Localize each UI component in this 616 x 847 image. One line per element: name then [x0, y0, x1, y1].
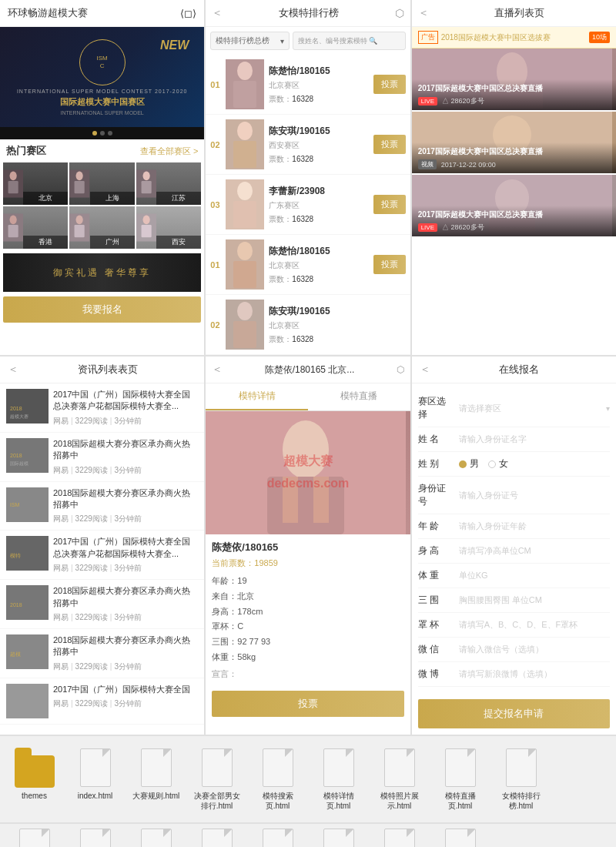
doc-icon-model-search	[263, 748, 293, 787]
live-item-2[interactable]: 2017国际超模大赛中国区总决赛直播 视频 2017-12-22 09:00	[412, 112, 616, 173]
rank-name-2: 陈安琪/190165	[269, 125, 368, 138]
weight-input[interactable]: 单位KG	[459, 570, 610, 581]
svg-point-25	[237, 182, 253, 200]
file-item-news-detail[interactable]: 新闻详情页.html	[129, 828, 182, 847]
tab-model-live[interactable]: 模特直播	[308, 383, 410, 410]
vote-btn-4[interactable]: 投票	[373, 255, 406, 274]
file-item-model-detail[interactable]: 模特详情页.html	[312, 748, 365, 811]
live-item-3[interactable]: 2017国际超模大赛中国区总决赛直播 LIVE △ 28620多号	[412, 175, 616, 236]
doc-icon-female-ranking	[506, 748, 537, 787]
svg-point-13	[76, 215, 83, 224]
banner-dots	[0, 127, 204, 139]
svg-rect-2	[8, 181, 18, 193]
search-bar[interactable]: 搜姓名、编号搜索模特 🔍	[293, 32, 406, 50]
share-btn-p2[interactable]: ⬡	[395, 7, 404, 19]
age-input[interactable]: 请输入身份证年龄	[459, 521, 610, 532]
gender-male[interactable]: 男	[459, 457, 479, 470]
back-arrow-p6[interactable]: ＜	[420, 363, 430, 377]
file-item-rules[interactable]: 大赛规则.html	[129, 748, 182, 811]
measures-input[interactable]: 胸围腰围臀围 单位CM	[459, 594, 610, 606]
svg-rect-17	[141, 225, 151, 237]
weibo-input[interactable]: 请填写新浪微博（选填）	[459, 668, 610, 680]
banner-area[interactable]: ISMC INTERNATIONAL SUPER MODEL CONTEST 2…	[0, 27, 204, 127]
vote-btn-3[interactable]: 投票	[373, 195, 406, 214]
dot-3[interactable]	[108, 131, 112, 136]
share-icon-p5[interactable]: ⬡	[397, 364, 404, 375]
news-item-1[interactable]: 2018超模大赛 2017中国（广州）国际模特大赛全国总决赛落户花都国际模特大赛…	[0, 383, 204, 433]
live-views-1: △ 28620多号	[442, 96, 484, 106]
dot-1[interactable]	[92, 131, 97, 136]
measures-label: 三 围	[418, 594, 453, 607]
news-item-3[interactable]: ISM 2018国际超模大赛分赛区承办商火热招募中 网易|3229阅读|3分钟前	[0, 482, 204, 531]
rank-photo-5[interactable]	[226, 300, 264, 350]
height-input[interactable]: 请填写净高单位CM	[459, 545, 610, 557]
tab-model-detail[interactable]: 模特详情	[206, 383, 308, 410]
file-item-model-search[interactable]: 模特搜索页.html	[251, 748, 304, 811]
file-item-model-live[interactable]: 模特直播页.html	[434, 748, 487, 811]
news-item-4[interactable]: 模特 2017中国（广州）国际模特大赛全国总决赛落户花都国际模特大赛全... 网…	[0, 531, 204, 580]
filter-select[interactable]: 模特排行榜总榜 ▾	[210, 32, 290, 50]
vote-action-button[interactable]: 投票	[212, 691, 403, 717]
bra-input[interactable]: 请填写A、B、C、D、E、F罩杯	[459, 619, 610, 631]
back-arrow-p4[interactable]: ＜	[8, 363, 18, 377]
rank-votes-4: 票数：16328	[269, 274, 368, 285]
region-photo-gz[interactable]: 广州	[69, 206, 134, 249]
panel1-title: 环球畅游超模大赛	[8, 6, 88, 20]
back-arrow-p5[interactable]: ＜	[212, 363, 223, 377]
region-photo-sh[interactable]: 上海	[69, 162, 134, 205]
name-input[interactable]: 请输入身份证名字	[459, 434, 610, 445]
news-title-5: 2018国际超模大赛分赛区承办商火热招募中	[53, 585, 198, 609]
rank-votes-3: 票数：16328	[269, 214, 368, 225]
region-photo-hk[interactable]: 香港	[3, 206, 68, 249]
rank-photo-4[interactable]	[226, 239, 264, 290]
region-photo-js[interactable]: 江苏	[136, 162, 201, 205]
signup-button[interactable]: 我要报名	[3, 296, 201, 323]
file-item-photo-detail[interactable]: 照片详情页.html	[312, 828, 365, 847]
back-arrow-p3[interactable]: ＜	[418, 6, 429, 20]
rank-num-3: 03	[210, 200, 221, 209]
wechat-input[interactable]: 请输入微信号（选填）	[459, 644, 610, 655]
news-info-3: 2018国际超模大赛分赛区承办商火热招募中 网易|3229阅读|3分钟前	[53, 487, 198, 525]
submit-button[interactable]: 提交报名申请	[418, 699, 610, 728]
view-all-link[interactable]: 查看全部赛区 >	[140, 146, 198, 157]
gender-female[interactable]: 女	[488, 457, 508, 470]
file-browser-row2: 全部赛区.html 搜索结果页.html 新闻详情页.html	[0, 824, 616, 847]
file-item-themes[interactable]: themes	[8, 748, 61, 811]
id-input[interactable]: 请输入身份证号	[459, 490, 610, 501]
file-item-registration[interactable]: 在线报名.html	[190, 828, 243, 847]
rank-photo-3[interactable]	[226, 179, 264, 229]
rank-item-2: 02 陈安琪/190165 西安赛区 票数：16328 投票	[206, 115, 410, 175]
file-item-female-ranking[interactable]: 女模特排行榜.html	[494, 748, 547, 811]
current-votes: 当前票数：19859	[212, 557, 403, 569]
news-item-7[interactable]: 2017中国（广州）国际模特大赛全国 网易|3229阅读|3分钟前	[0, 678, 204, 725]
dot-2[interactable]	[100, 131, 105, 136]
file-item-photo-list[interactable]: 照片列表.html	[251, 828, 304, 847]
news-item-2[interactable]: 2018国际超模 2018国际超模大赛分赛区承办商火热招募中 网易|3229阅读…	[0, 433, 204, 482]
vote-btn-1[interactable]: 投票	[373, 75, 406, 94]
file-item-news-list[interactable]: 资讯列表页.html	[434, 828, 487, 847]
file-item-live-list[interactable]: 直播列表页.html	[373, 828, 426, 847]
rank-info-4: 陈楚怡/180165 北京赛区 票数：16328	[269, 245, 368, 285]
region-select[interactable]: 请选择赛区	[459, 403, 600, 414]
region-photo-xa[interactable]: 西安	[136, 206, 201, 249]
region-photo-bj[interactable]: 北京	[3, 162, 68, 205]
file-item-search-results[interactable]: 搜索结果页.html	[69, 828, 122, 847]
back-arrow-p2[interactable]: ＜	[212, 6, 223, 20]
svg-point-31	[237, 302, 253, 320]
share-icon-p1[interactable]: ⟨◻⟩	[180, 8, 196, 19]
rank-photo-1[interactable]	[226, 59, 264, 109]
news-thumb-5: 2018	[6, 585, 49, 620]
vote-btn-2[interactable]: 投票	[373, 135, 406, 154]
rank-photo-2[interactable]	[226, 119, 264, 169]
news-item-5[interactable]: 2018 2018国际超模大赛分赛区承办商火热招募中 网易|3229阅读|3分钟…	[0, 580, 204, 629]
file-grid-1: themes index.html 大赛规则.html	[8, 748, 608, 811]
file-item-model-photos[interactable]: 模特照片展示.html	[373, 748, 426, 811]
doc-icon-news-detail	[141, 829, 172, 847]
file-item-finalists[interactable]: 决赛全部男女排行.html	[190, 748, 243, 811]
news-meta-5: 网易|3229阅读|3分钟前	[53, 612, 198, 623]
live-item-1[interactable]: 2017国际超模大赛中国区总决赛直播 LIVE △ 28620多号	[412, 49, 616, 110]
news-item-6[interactable]: 超模 2018国际超模大赛分赛区承办商火热招募中 网易|3229阅读|3分钟前	[0, 629, 204, 678]
file-item-all-regions[interactable]: 全部赛区.html	[8, 828, 61, 847]
file-item-index[interactable]: index.html	[69, 748, 122, 811]
svg-rect-5	[75, 181, 85, 193]
